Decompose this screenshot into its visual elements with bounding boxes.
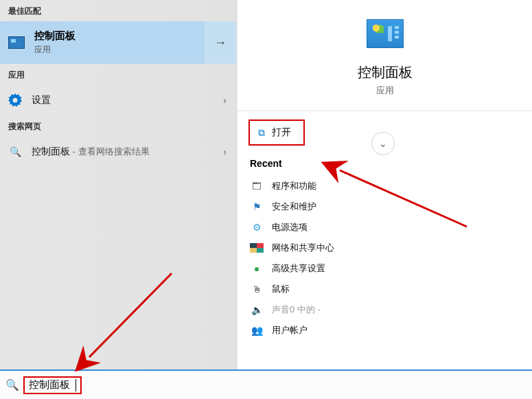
preview-pane: 控制面板 应用 ⧉ 打开 ⌄ Recent 🗔程序和功能⚑安全和维护⚙电源选项网… [236,0,532,369]
recent-item[interactable]: 🔈声音0 中的 - [250,299,520,320]
recent-item-label: 声音0 中的 - [272,304,321,316]
recent-item-label: 鼠标 [272,283,290,295]
open-button-label: 打开 [272,126,291,139]
search-input-highlight [23,376,82,394]
preview-subtitle: 应用 [376,84,394,97]
search-results-pane: 最佳匹配 控制面板 应用 → 应用 设置 › 搜索网页 🔍 控制面板 - 查看网… [0,0,236,369]
best-match-subtitle: 应用 [34,44,76,56]
recent-section: Recent 🗔程序和功能⚑安全和维护⚙电源选项网络和共享中心●高级共享设置🖱鼠… [238,146,532,341]
open-button[interactable]: ⧉ 打开 [248,119,305,146]
web-search-term: 控制面板 [32,146,70,157]
recent-list: 🗔程序和功能⚑安全和维护⚙电源选项网络和共享中心●高级共享设置🖱鼠标🔈声音0 中… [250,176,520,341]
chevron-right-icon: › [223,95,227,106]
web-search-hint: - 查看网络搜索结果 [70,146,150,157]
recent-item-icon: 🗔 [250,181,264,192]
recent-item-icon: 👥 [250,325,264,336]
best-match-text: 控制面板 应用 [34,30,76,56]
recent-item-icon: ⚙ [250,222,264,233]
recent-item[interactable]: 🗔程序和功能 [250,176,520,196]
recent-item[interactable]: ●高级共享设置 [250,258,520,279]
text-cursor [76,379,76,391]
control-panel-large-icon [367,19,404,48]
recent-item-label: 网络和共享中心 [272,242,334,254]
recent-item[interactable]: 网络和共享中心 [250,238,520,258]
app-item-label: 设置 [32,94,51,106]
preview-header: 控制面板 应用 [238,0,532,109]
recent-item-label: 高级共享设置 [272,262,325,275]
recent-item-label: 程序和功能 [272,180,316,192]
control-panel-icon [8,36,25,49]
web-search-item[interactable]: 🔍 控制面板 - 查看网络搜索结果 › [0,137,236,167]
recent-header: Recent [250,158,520,169]
expand-more-button[interactable]: ⌄ [371,132,395,155]
preview-title: 控制面板 [358,63,413,82]
recent-item[interactable]: 🖱鼠标 [250,279,520,299]
recent-item-label: 用户帐户 [272,324,308,337]
recent-item-icon [250,243,264,253]
gear-icon [8,93,22,107]
recent-item-label: 安全和维护 [272,201,316,213]
recent-item-icon: 🔈 [250,304,264,315]
search-bar: 🔍 [0,369,532,399]
app-item-settings[interactable]: 设置 › [0,85,236,115]
expand-arrow-icon[interactable]: → [205,21,236,64]
recent-item-label: 电源选项 [272,221,308,233]
recent-item-icon: 🖱 [250,284,264,295]
best-match-item[interactable]: 控制面板 应用 → [0,21,236,64]
section-header-apps: 应用 [0,64,236,85]
search-input[interactable] [29,379,77,391]
recent-item[interactable]: 👥用户帐户 [250,320,520,341]
section-header-web: 搜索网页 [0,115,236,137]
recent-item-icon: ⚑ [250,201,264,212]
recent-item-icon: ● [250,263,264,274]
search-icon: 🔍 [5,378,19,391]
best-match-title: 控制面板 [34,30,76,43]
search-icon: 🔍 [8,145,22,159]
actions-row: ⧉ 打开 ⌄ [238,111,532,146]
chevron-right-icon: › [223,146,227,157]
web-search-label: 控制面板 - 查看网络搜索结果 [32,146,150,158]
recent-item[interactable]: ⚑安全和维护 [250,196,520,217]
open-icon: ⧉ [258,127,265,139]
recent-item[interactable]: ⚙电源选项 [250,217,520,238]
section-header-best-match: 最佳匹配 [0,0,236,21]
